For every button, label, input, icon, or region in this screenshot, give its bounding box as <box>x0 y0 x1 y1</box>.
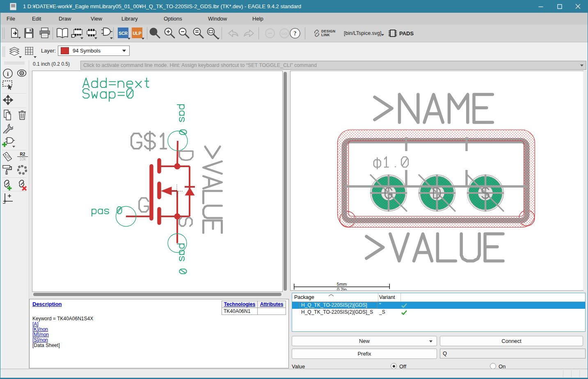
svg-text-label: i <box>7 71 9 77</box>
open-library-button[interactable] <box>10 27 22 39</box>
zoom-fit-button[interactable] <box>149 28 161 40</box>
pad-s <box>467 174 505 212</box>
paint-button[interactable] <box>2 165 13 175</box>
pas-left-text <box>92 207 122 216</box>
package-name: H_Q_TK_TO-220SIS(2)[GDS]_S <box>301 309 373 316</box>
technologies-table: Technologies Attributes TK40A06N1 <box>222 301 286 315</box>
pads-label: PADS <box>399 30 414 37</box>
menu-edit[interactable]: Edit <box>32 13 41 25</box>
attributes-header-link[interactable]: Attributes <box>260 301 284 307</box>
menu-options[interactable]: Options <box>164 13 182 25</box>
toolbar-grip-handle <box>2 28 3 39</box>
change-button[interactable] <box>2 123 13 133</box>
go-button[interactable]: GO <box>279 28 291 39</box>
device-button[interactable] <box>71 26 84 40</box>
library-button[interactable] <box>56 27 69 39</box>
scale-bar-inch-label: 0.2in <box>337 287 347 290</box>
design-link-icon <box>313 30 320 37</box>
layers-button[interactable] <box>9 46 23 60</box>
pads-button[interactable]: PADS <box>399 30 414 37</box>
menu-window[interactable]: Window <box>208 13 227 25</box>
minimize-button[interactable] <box>531 0 550 13</box>
menu-file[interactable]: File <box>7 13 15 25</box>
menu-library[interactable]: Library <box>121 13 138 25</box>
origin-button[interactable] <box>2 193 13 204</box>
coordinate-display: 0.1 inch (0.2 0.5) <box>33 61 81 69</box>
symbol-canvas[interactable] <box>32 71 282 292</box>
close-button[interactable] <box>569 0 587 13</box>
new-package-button[interactable]: New <box>292 336 437 346</box>
connect-button-label: Connect <box>501 338 521 344</box>
redo-button[interactable] <box>242 28 255 39</box>
new-button-label: New <box>359 338 370 344</box>
name-button[interactable] <box>2 152 17 163</box>
window-left-border <box>0 13 0 379</box>
layerbar-grip-handle <box>3 46 3 57</box>
ulp-button[interactable]: ULP <box>132 28 145 40</box>
command-line-input[interactable]: Click to activate command line mode. Hin… <box>80 61 586 70</box>
symbol-button[interactable] <box>100 26 114 40</box>
connect-button[interactable]: Connect <box>440 336 583 346</box>
layer-selector-dropdown[interactable]: 94 Symbols <box>58 46 130 56</box>
menu-help[interactable]: Help <box>252 13 263 25</box>
move-button[interactable] <box>3 95 13 105</box>
datasheet-text: [Data Sheet] <box>32 343 60 348</box>
zoom-in-button[interactable] <box>164 28 176 40</box>
undo-button[interactable] <box>227 28 240 39</box>
symbol-canvas-vscrollbar[interactable] <box>283 71 288 292</box>
package-button[interactable] <box>85 26 98 40</box>
help-button[interactable]: ? <box>290 28 301 39</box>
layerbar-grip-handle <box>5 46 5 57</box>
value-off-radio[interactable] <box>391 363 397 369</box>
palette-grip-handle <box>4 62 25 62</box>
svg-text-label: ULP <box>133 31 142 36</box>
palette-divider <box>2 150 26 150</box>
package-column-header[interactable]: Package <box>294 294 314 301</box>
variant-column-header[interactable]: Variant <box>379 294 395 301</box>
connect-add-button[interactable] <box>2 180 14 191</box>
scr-script-button[interactable]: SCR <box>118 28 131 40</box>
connected-check-icon <box>401 310 407 315</box>
add-gate-button[interactable] <box>2 137 18 148</box>
vscrollbar-thumb[interactable] <box>284 72 287 291</box>
save-button[interactable] <box>24 27 34 39</box>
technologies-header-link[interactable]: Technologies <box>224 301 255 307</box>
zoom-redraw-button[interactable] <box>193 28 204 40</box>
zoom-out-button[interactable] <box>178 28 190 40</box>
prefix-value-input[interactable]: Q <box>440 349 586 358</box>
group-select-button[interactable] <box>2 80 14 91</box>
maximize-button[interactable] <box>550 0 569 13</box>
value-button[interactable]: R210k <box>17 152 28 161</box>
grid-button[interactable] <box>24 46 38 60</box>
prefix-button[interactable]: Prefix <box>292 349 437 359</box>
smash-button[interactable] <box>17 165 27 175</box>
technology-cell: TK40A06N1 <box>222 308 258 315</box>
hscrollbar-thumb[interactable] <box>33 293 281 296</box>
tool-palette: iR210k <box>0 60 29 369</box>
print-button[interactable] <box>39 27 50 39</box>
svg-text-label: SCR <box>119 31 128 36</box>
ltspice-dropdown[interactable]: [bin/LTspice.svg] <box>344 30 381 36</box>
eagle-application-window: 1 D:¥DATE¥E-work¥_Eagle mmLibrary05_01_0… <box>0 0 588 379</box>
symbol-canvas-hscrollbar[interactable] <box>32 292 283 296</box>
zoom-select-button[interactable] <box>207 28 221 40</box>
package-row-2[interactable]: H_Q_TK_TO-220SIS(2)[GDS]_S_S <box>292 309 585 316</box>
attribute-cell <box>258 308 286 315</box>
package-row-1[interactable]: H_Q_TK_TO-220SIS(2)[GDS]'' <box>292 302 585 309</box>
display-layers-button[interactable] <box>17 69 27 78</box>
scale-bar-mm-label: 5mm <box>337 282 347 287</box>
delete-button[interactable] <box>18 110 26 120</box>
copy-button[interactable] <box>3 110 13 121</box>
info-button[interactable]: i <box>3 69 13 79</box>
value-on-radio[interactable] <box>490 363 496 369</box>
menu-draw[interactable]: Draw <box>59 13 71 25</box>
package-canvas-vscrollbar[interactable] <box>583 71 586 290</box>
package-canvas[interactable]: 5mm0.2in <box>291 71 583 290</box>
description-link[interactable]: Description <box>32 301 62 307</box>
minimize-icon <box>538 4 543 9</box>
menu-view[interactable]: View <box>91 13 102 25</box>
name-placeholder <box>375 94 492 122</box>
design-link-button[interactable]: DESIGNLINK <box>321 30 335 37</box>
stop-button[interactable] <box>265 28 277 39</box>
connect-remove-button[interactable] <box>17 180 29 191</box>
